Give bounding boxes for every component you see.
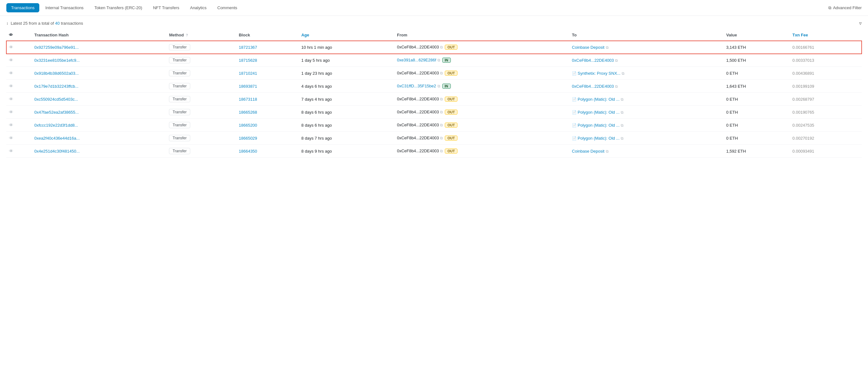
from-copy-icon[interactable]: ⧉ xyxy=(440,136,443,140)
filter-icon: ⧉ xyxy=(828,5,831,10)
col-txn-fee[interactable]: Txn Fee xyxy=(790,29,862,41)
row-eye-icon[interactable]: 👁 xyxy=(9,109,13,114)
from-copy-icon[interactable]: ⧉ xyxy=(440,110,443,114)
to-copy-icon[interactable]: ⧉ xyxy=(615,58,618,63)
nav-tabs-container: TransactionsInternal TransactionsToken T… xyxy=(6,3,242,12)
tx-hash-link[interactable]: 0x3231ee8105be1efc9... xyxy=(34,58,80,63)
age-cell: 7 days 4 hrs ago xyxy=(299,93,395,106)
row-eye-icon[interactable]: 👁 xyxy=(9,83,13,89)
to-copy-icon[interactable]: ⧉ xyxy=(621,110,624,114)
to-copy-icon[interactable]: ⧉ xyxy=(606,149,609,154)
advanced-filter-button[interactable]: ⧉ Advanced Filter xyxy=(828,5,862,10)
txn-fee-cell: 0.00247535 xyxy=(790,119,862,132)
tx-hash-link[interactable]: 0xea2f40c436e44d16a... xyxy=(34,136,80,141)
to-copy-icon[interactable]: ⧉ xyxy=(621,123,624,128)
advanced-filter-label: Advanced Filter xyxy=(833,5,862,10)
age-cell: 8 days 6 hrs ago xyxy=(299,106,395,119)
nav-tab-transactions[interactable]: Transactions xyxy=(6,3,39,12)
txn-fee-cell: 0.00337013 xyxy=(790,54,862,67)
direction-badge: OUT xyxy=(445,123,457,128)
age-cell: 8 days 6 hrs ago xyxy=(299,119,395,132)
total-count[interactable]: 40 xyxy=(55,21,60,26)
top-navigation: TransactionsInternal TransactionsToken T… xyxy=(0,0,868,16)
nav-tab-token-transfers[interactable]: Token Transfers (ERC-20) xyxy=(90,3,147,12)
table-row: 👁0x3231ee8105be1efc9...Transfer187156281… xyxy=(6,54,862,67)
row-eye-icon[interactable]: 👁 xyxy=(9,97,13,102)
row-eye-icon[interactable]: 👁 xyxy=(9,45,13,50)
nav-tab-analytics[interactable]: Analytics xyxy=(185,3,211,12)
to-address-link[interactable]: Polygon (Matic): Old ... xyxy=(578,110,619,114)
filter-button[interactable]: ▿ xyxy=(859,20,862,26)
to-copy-icon[interactable]: ⧉ xyxy=(615,84,618,89)
nav-tab-nft-transfers[interactable]: NFT Transfers xyxy=(148,3,184,12)
tx-hash-link[interactable]: 0x47fae52ea2af38655... xyxy=(34,110,79,114)
tx-hash-link[interactable]: 0xc550924cd5d5403c... xyxy=(34,97,78,102)
col-block: Block xyxy=(236,29,299,41)
block-link[interactable]: 18721367 xyxy=(239,45,257,50)
value-cell: 0 ETH xyxy=(724,106,790,119)
transactions-table-container: 👁 Transaction Hash Method ? Block Age Fr… xyxy=(0,29,868,158)
to-address-link[interactable]: Coinbase Deposit xyxy=(572,45,604,50)
contract-icon: 📄 xyxy=(572,97,577,102)
direction-badge: IN xyxy=(442,58,451,63)
row-eye-icon[interactable]: 👁 xyxy=(9,148,13,154)
direction-badge: OUT xyxy=(445,109,457,114)
nav-tab-comments[interactable]: Comments xyxy=(213,3,242,12)
to-copy-icon[interactable]: ⧉ xyxy=(621,136,624,141)
table-row: 👁0x927259e09a796e91...Transfer1872136710… xyxy=(6,41,862,54)
block-link[interactable]: 18665200 xyxy=(239,123,257,128)
direction-badge: OUT xyxy=(445,45,457,50)
tx-hash-link[interactable]: 0x927259e09a796e91... xyxy=(34,45,79,50)
txn-fee-cell: 0.00268797 xyxy=(790,93,862,106)
direction-badge: OUT xyxy=(445,136,457,141)
txn-fee-cell: 0.00190765 xyxy=(790,106,862,119)
to-copy-icon[interactable]: ⧉ xyxy=(606,45,609,50)
block-link[interactable]: 18664350 xyxy=(239,149,257,154)
from-copy-icon[interactable]: ⧉ xyxy=(440,45,443,49)
block-link[interactable]: 18665268 xyxy=(239,110,257,114)
block-link[interactable]: 18715628 xyxy=(239,58,257,63)
row-eye-icon[interactable]: 👁 xyxy=(9,71,13,76)
from-copy-icon[interactable]: ⧉ xyxy=(437,84,440,88)
tx-hash-link[interactable]: 0xfccc192e22d3f1dd8... xyxy=(34,123,78,128)
from-copy-icon[interactable]: ⧉ xyxy=(440,71,443,75)
to-address-link[interactable]: Coinbase Deposit xyxy=(572,149,604,154)
from-address-link[interactable]: 0xC31ffD...35F15be2 xyxy=(397,83,436,88)
to-copy-icon[interactable]: ⧉ xyxy=(622,71,624,76)
method-badge: Transfer xyxy=(169,44,190,50)
from-copy-icon[interactable]: ⧉ xyxy=(440,123,443,127)
tx-hash-link[interactable]: 0x179e7d1b32243ffcb... xyxy=(34,84,78,89)
to-address-link[interactable]: 0xCeF8b4...22DE4003 xyxy=(572,84,614,89)
tx-hash-link[interactable]: 0x4e251d4c30f481450... xyxy=(34,149,80,154)
row-eye-icon[interactable]: 👁 xyxy=(9,58,13,63)
txn-fee-cell: 0.00199109 xyxy=(790,80,862,93)
col-age[interactable]: Age xyxy=(299,29,395,41)
to-address-link[interactable]: 0xCeF8b4...22DE4003 xyxy=(572,58,614,63)
tx-hash-link[interactable]: 0x918b4b38d6502a03... xyxy=(34,71,79,76)
method-help-icon[interactable]: ? xyxy=(186,33,188,37)
table-row: 👁0xfccc192e22d3f1dd8...Transfer186652008… xyxy=(6,119,862,132)
nav-tab-internal-transactions[interactable]: Internal Transactions xyxy=(40,3,88,12)
eye-header-icon: 👁 xyxy=(9,33,13,37)
to-address-link[interactable]: Polygon (Matic): Old ... xyxy=(578,136,619,141)
to-address-link[interactable]: Polygon (Matic): Old ... xyxy=(578,97,619,102)
method-badge: Transfer xyxy=(169,135,190,141)
method-badge: Transfer xyxy=(169,148,190,154)
to-address-link[interactable]: Synthetix: Proxy SNX... xyxy=(578,71,620,76)
block-link[interactable]: 18693871 xyxy=(239,84,257,89)
from-address-link[interactable]: 0xe391a8...629E286f xyxy=(397,58,436,62)
row-eye-icon[interactable]: 👁 xyxy=(9,136,13,141)
col-to: To xyxy=(569,29,724,41)
from-copy-icon[interactable]: ⧉ xyxy=(440,97,443,101)
to-copy-icon[interactable]: ⧉ xyxy=(621,97,624,102)
from-copy-icon[interactable]: ⧉ xyxy=(437,58,440,62)
to-address-link[interactable]: Polygon (Matic): Old ... xyxy=(578,123,619,128)
block-link[interactable]: 18665029 xyxy=(239,136,257,141)
row-eye-icon[interactable]: 👁 xyxy=(9,123,13,128)
direction-badge: OUT xyxy=(445,148,457,154)
col-method: Method ? xyxy=(166,29,236,41)
from-copy-icon[interactable]: ⧉ xyxy=(440,149,443,153)
block-link[interactable]: 18673118 xyxy=(239,97,257,102)
from-address: 0xCeF8b4...22DE4003 xyxy=(397,148,439,153)
block-link[interactable]: 18710241 xyxy=(239,71,257,76)
